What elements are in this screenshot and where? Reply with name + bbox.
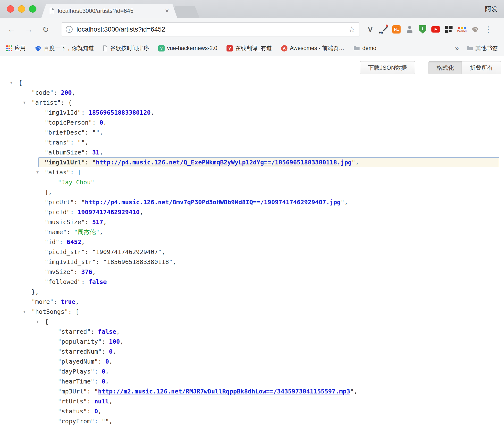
json-line: "mvSize": 376, <box>0 267 504 277</box>
json-line-content: }, <box>32 288 39 295</box>
json-token: "hotSongs" <box>32 308 68 315</box>
play-triangle-icon <box>435 28 437 31</box>
browser-menu-button[interactable]: ⋮ <box>483 24 493 34</box>
json-line: "mp3Url": "http://m2.music.126.net/RMJR7… <box>0 386 504 396</box>
bookmark-baidu[interactable]: 百度一下，你就知道 <box>35 44 94 52</box>
json-line-content: { <box>18 79 22 86</box>
format-button[interactable]: 格式化 <box>428 61 462 74</box>
json-line: "popularity": 100, <box>0 337 504 347</box>
json-token: , <box>103 219 107 226</box>
reload-button[interactable]: ↻ <box>40 26 51 34</box>
collapse-triangle-icon[interactable]: ▼ <box>36 167 39 177</box>
json-line: "name": "周杰伦", <box>0 227 504 237</box>
json-token: "status" <box>58 408 87 415</box>
json-line-content: "albumSize": 31, <box>45 149 103 156</box>
json-line-content: "hotSongs": [ <box>32 308 79 315</box>
bookmark-google-sort[interactable]: 谷歌按时间排序 <box>103 44 149 52</box>
collapse-triangle-icon[interactable]: ▼ <box>23 98 25 108</box>
bookmark-awesomes[interactable]: A Awesomes - 前端资… <box>281 44 344 52</box>
collapse-triangle-icon[interactable]: ▼ <box>10 78 12 88</box>
json-token: : <box>70 209 77 216</box>
json-line-content: "copyFrom": "", <box>58 418 113 425</box>
page-icon <box>50 8 54 14</box>
tab-close-icon[interactable]: × <box>165 8 169 14</box>
json-token: 0 <box>105 358 109 365</box>
json-token: 0 <box>100 119 103 126</box>
json-url-link[interactable]: http://m2.music.126.net/RMJR7wDullRqppBk… <box>98 388 350 395</box>
json-token: , <box>103 119 107 126</box>
json-line-content: "mvSize": 376, <box>45 268 96 275</box>
bookmark-star-icon[interactable]: ☆ <box>348 26 355 33</box>
document-icon <box>103 45 108 51</box>
json-token: "img1v1Id_str" <box>45 258 96 265</box>
json-url-link[interactable]: http://p4.music.126.net/8mv7qP30Pd3oHW8b… <box>85 199 341 206</box>
download-json-button[interactable]: 下载JSON数据 <box>360 61 415 74</box>
json-token: : <box>85 129 92 136</box>
json-token: "dayPlays" <box>58 368 94 375</box>
person-icon <box>406 26 413 33</box>
fe-extension-button[interactable]: FE <box>391 24 402 34</box>
player-extension-button[interactable]: PLAYER <box>457 24 467 34</box>
json-token: "musicSize" <box>45 219 85 226</box>
json-token: , <box>173 258 176 265</box>
page-content: 下载JSON数据 格式化 折叠所有 ▼{"code": 200,▼"artist… <box>0 56 504 426</box>
bookmark-label: demo <box>362 45 376 51</box>
json-line-content: "img1v1Id": 18569651883380120, <box>45 109 154 116</box>
json-token: , <box>109 398 113 405</box>
back-button[interactable]: ← <box>6 25 17 34</box>
player-color-dots <box>458 27 466 29</box>
json-token: 19097417462929410 <box>77 209 140 216</box>
json-token: , <box>92 268 96 275</box>
qrcode-extension-button[interactable] <box>444 24 454 34</box>
paw-icon <box>472 26 479 33</box>
json-token: 18569651883380120 <box>89 109 151 116</box>
json-token: : <box>87 398 94 405</box>
json-token: : <box>98 358 105 365</box>
json-token: "trans" <box>45 139 70 146</box>
json-line: "img1v1Id": 18569651883380120, <box>0 108 504 118</box>
forward-button[interactable]: → <box>23 25 34 34</box>
json-token: 376 <box>81 268 92 275</box>
collapse-all-button[interactable]: 折叠所有 <box>462 61 501 74</box>
tab-title: localhost:3000/artists?id=645 <box>58 8 162 14</box>
youtube-extension-button[interactable] <box>431 24 441 34</box>
json-token: ], <box>45 189 52 196</box>
json-token: ", <box>352 159 359 166</box>
json-token: : <box>53 89 61 96</box>
profile-extension-button[interactable] <box>404 24 415 34</box>
bookmark-demo-folder[interactable]: demo <box>353 45 376 51</box>
paw-extension-button[interactable] <box>470 24 480 34</box>
collapse-triangle-icon[interactable]: ▼ <box>23 307 25 317</box>
json-token: , <box>100 229 103 236</box>
zoom-window-button[interactable] <box>29 5 36 13</box>
bookmark-apps[interactable]: 应用 <box>6 44 26 52</box>
browser-tab[interactable]: localhost:3000/artists?id=645 × <box>41 4 177 18</box>
json-token: "" <box>77 139 85 146</box>
json-token: "picId" <box>45 209 70 216</box>
other-bookmarks-folder[interactable]: 其他书签 <box>467 44 498 52</box>
json-token: : <box>85 219 92 226</box>
close-window-button[interactable] <box>7 5 14 13</box>
bookmarks-overflow-icon[interactable]: » <box>455 44 459 52</box>
json-token: "picId_str" <box>45 248 85 256</box>
json-line: "albumSize": 31, <box>0 147 504 157</box>
profile-name[interactable]: 阿发 <box>485 5 498 13</box>
json-line-content: "img1v1Url": "http://p4.music.126.net/Q_… <box>38 157 499 167</box>
collapse-triangle-icon[interactable]: ▼ <box>36 317 39 327</box>
vimium-extension-button[interactable]: V <box>365 24 375 34</box>
bookmark-youdao-translate[interactable]: y 在线翻译_有道 <box>227 44 272 52</box>
json-token: "name" <box>45 229 67 236</box>
translate-pen-extension-button[interactable]: en <box>378 24 388 34</box>
json-token: true <box>61 298 75 305</box>
minimize-window-button[interactable] <box>18 5 25 13</box>
json-token: : { <box>61 99 72 106</box>
page-info-icon[interactable]: i <box>66 26 73 33</box>
adblock-extension-button[interactable]: t <box>418 24 428 34</box>
json-line-content: ], <box>45 189 52 196</box>
json-token: "" <box>102 418 109 425</box>
json-token: : <box>92 119 100 126</box>
json-token: , <box>100 149 103 156</box>
bookmark-vue-hackernews[interactable]: V vue-hackernews-2.0 <box>158 45 217 51</box>
json-url-link[interactable]: http://p4.music.126.net/Q_ExePNkmqB2yWyL… <box>96 159 352 166</box>
address-bar[interactable]: i localhost:3000/artists?id=6452 ☆ <box>61 22 360 36</box>
